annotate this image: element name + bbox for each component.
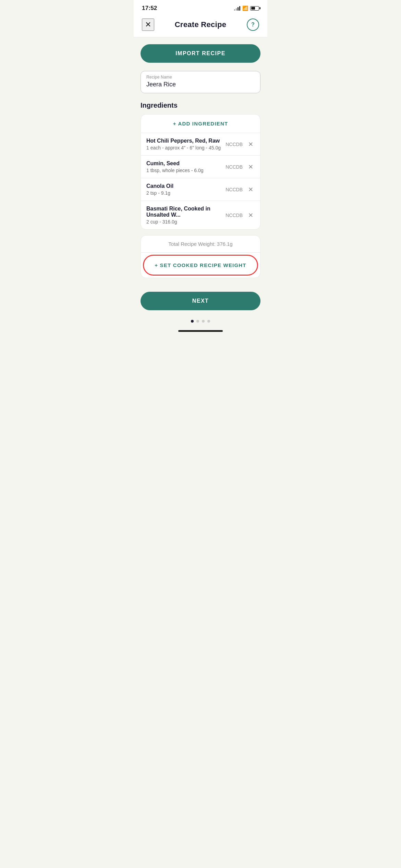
recipe-name-field: Recipe Name (141, 71, 260, 93)
ingredient-info: Basmati Rice, Cooked in Unsalted W... 2 … (146, 206, 226, 225)
ingredient-source: NCCDB (226, 187, 243, 192)
ingredient-row: Cumin, Seed 1 tbsp, whole pieces - 6.0g … (141, 156, 260, 178)
status-bar: 17:52 📶 (134, 0, 267, 14)
battery-icon (250, 6, 259, 11)
main-content: IMPORT RECIPE Recipe Name Ingredients + … (134, 37, 267, 292)
ingredient-row: Canola Oil 2 tsp - 9.1g NCCDB ✕ (141, 178, 260, 201)
help-button[interactable]: ? (247, 19, 259, 31)
bottom-card: Total Recipe Weight: 376.1g + SET COOKED… (141, 235, 260, 278)
status-icons: 📶 (234, 5, 259, 11)
remove-ingredient-button[interactable]: ✕ (247, 139, 255, 149)
recipe-name-label: Recipe Name (146, 75, 255, 80)
ingredient-name: Canola Oil (146, 183, 226, 189)
page-title: Create Recipe (175, 20, 227, 29)
signal-bar-1 (234, 9, 235, 11)
remove-ingredient-button[interactable]: ✕ (247, 210, 255, 220)
battery-fill (251, 7, 255, 10)
ingredient-name: Hot Chili Peppers, Red, Raw (146, 138, 226, 144)
add-ingredient-button[interactable]: + ADD INGREDIENT (141, 114, 260, 133)
home-bar (178, 330, 223, 332)
set-cooked-container: + SET COOKED RECIPE WEIGHT (141, 253, 260, 278)
recipe-name-input[interactable] (146, 81, 255, 88)
ingredient-source: NCCDB (226, 213, 243, 218)
home-indicator (134, 328, 267, 335)
wifi-icon: 📶 (242, 5, 248, 11)
page-dot-4 (207, 320, 210, 323)
import-recipe-button[interactable]: IMPORT RECIPE (141, 44, 260, 63)
remove-ingredient-button[interactable]: ✕ (247, 162, 255, 172)
signal-bar-4 (239, 6, 240, 11)
ingredient-name: Basmati Rice, Cooked in Unsalted W... (146, 206, 226, 218)
set-cooked-recipe-weight-button[interactable]: + SET COOKED RECIPE WEIGHT (146, 257, 255, 273)
page-dot-1 (191, 320, 194, 323)
ingredient-info: Cumin, Seed 1 tbsp, whole pieces - 6.0g (146, 160, 226, 173)
signal-bar-3 (238, 7, 239, 11)
remove-ingredient-button[interactable]: ✕ (247, 184, 255, 195)
signal-bars-icon (234, 6, 240, 11)
ingredient-detail: 2 tsp - 9.1g (146, 190, 226, 196)
ingredient-name: Cumin, Seed (146, 160, 226, 167)
ingredient-info: Canola Oil 2 tsp - 9.1g (146, 183, 226, 196)
ingredients-heading: Ingredients (141, 101, 260, 109)
page-dot-2 (196, 320, 199, 323)
close-button[interactable]: ✕ (142, 19, 154, 31)
total-weight-label: Total Recipe Weight: 376.1g (141, 236, 260, 253)
ingredient-detail: 1 tbsp, whole pieces - 6.0g (146, 168, 226, 173)
ingredient-row: Hot Chili Peppers, Red, Raw 1 each - app… (141, 133, 260, 156)
header: ✕ Create Recipe ? (134, 14, 267, 37)
signal-bar-2 (236, 8, 237, 11)
next-button[interactable]: NEXT (141, 292, 260, 310)
ingredient-detail: 2 cup - 316.0g (146, 219, 226, 225)
ingredient-info: Hot Chili Peppers, Red, Raw 1 each - app… (146, 138, 226, 150)
ingredient-row: Basmati Rice, Cooked in Unsalted W... 2 … (141, 201, 260, 229)
ingredients-card: + ADD INGREDIENT Hot Chili Peppers, Red,… (141, 114, 260, 230)
status-time: 17:52 (142, 5, 157, 12)
page-dots (134, 316, 267, 328)
ingredient-source: NCCDB (226, 164, 243, 170)
ingredient-source: NCCDB (226, 142, 243, 147)
ingredient-detail: 1 each - approx 4" - 6" long - 45.0g (146, 145, 226, 150)
next-btn-container: NEXT (134, 292, 267, 316)
page-dot-3 (202, 320, 205, 323)
